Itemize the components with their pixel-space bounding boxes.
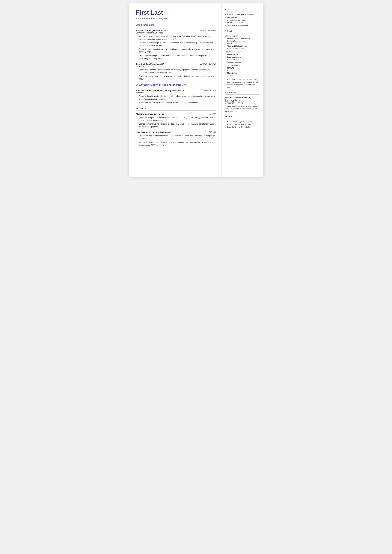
skill-item: SOLIDWORKS	[225, 64, 259, 66]
edu-school: Resume Worded University	[225, 97, 259, 99]
project-block-2: Cost-Saving Production Techniques 04/200…	[136, 131, 216, 147]
skill-item: AutoCAD	[225, 70, 259, 71]
skills-heading: SKILLS	[225, 30, 259, 32]
promo-before: Don't forget to use	[227, 78, 242, 80]
other-divider	[225, 119, 259, 119]
skills-category-methodologies: Methodologies:	[225, 35, 259, 37]
contact-section: CONTACT Milwaukee, WI (Open to Remote) +…	[225, 9, 259, 26]
skill-item: MicroStation	[225, 72, 259, 74]
other-item: Certified Six Sigma Black Belt.	[225, 123, 259, 125]
resume-page: First Last Entry Level Industrial Engine…	[129, 3, 263, 177]
job-role-2: Millwright	[136, 65, 216, 67]
skills-list-tools: SOLIDWORKS MATLAB AutoCAD MicroStation S…	[225, 64, 259, 77]
job-header-2: Growthsi, San Francisco, CA 06/2010 – 12…	[136, 63, 216, 65]
job-block-2: Growthsi, San Francisco, CA 06/2010 – 12…	[136, 63, 216, 81]
volunteer-company-1: Resume Worded's Business Society, New Yo…	[136, 89, 186, 91]
project-header-1: Machine Optimization Hacks 05/2009	[136, 113, 216, 115]
work-experience-heading: WORK EXPERIENCE	[136, 24, 216, 26]
edu-field: Industrial Engineering	[225, 101, 259, 103]
bullet: Drafted preventative maintenance protoco…	[139, 123, 216, 128]
edu-awards: Awards: Resume Worded Teaching Fellow (o…	[225, 105, 259, 112]
work-experience-divider	[136, 27, 216, 27]
skill-item: Lean Management	[225, 56, 259, 58]
bullet: Created a blueprint that ensures 80% opt…	[139, 116, 216, 122]
promo-text: Don't forget to use Resume Worded to sca…	[225, 78, 259, 88]
skill-item: Line Balance	[225, 54, 259, 56]
contact-item-linkedin: linkedin.com/in/username	[225, 22, 259, 23]
skills-category-industry: Industry Knowledge:	[225, 51, 259, 53]
contact-heading: CONTACT	[225, 9, 259, 11]
volunteer-date-1: 06/2009 – 04/2010	[200, 89, 216, 91]
project-title-2: Cost-Saving Production Techniques	[136, 131, 171, 133]
volunteer-role-1: Machinist	[136, 91, 216, 94]
other-list: Professional Engineer License. Certified…	[225, 121, 259, 128]
projects-divider	[136, 110, 216, 111]
contact-item-github: github.com/resumeworded	[225, 24, 259, 26]
skill-item: Lean/Six Sigma (Advanced)	[225, 38, 259, 40]
job-bullets-1: Identified opportunities for improvement…	[139, 35, 216, 60]
skill-item: SCADA	[225, 75, 259, 77]
project-date-2: 04/2009	[209, 131, 216, 133]
candidate-name: First Last	[136, 9, 216, 16]
right-column: CONTACT Milwaukee, WI (Open to Remote) +…	[221, 3, 263, 177]
skills-list-methodologies: Lean/Six Sigma (Advanced) Kaizen (Experi…	[225, 38, 259, 49]
other-item: Professional Engineer License.	[225, 121, 259, 123]
project-date-1: 05/2009	[209, 113, 216, 115]
volunteering-heading: VOLUNTEERING ACTIVITIES AND EXTRACURRICU…	[136, 84, 216, 86]
skill-item: MATLAB	[225, 67, 259, 69]
skill-item: Kaizen (Experienced)	[225, 40, 259, 42]
job-date-1: 01/2015 – Present	[200, 29, 216, 32]
skill-item: Process Engineering	[225, 59, 259, 61]
education-section: EDUCATION Resume Worded University Bache…	[225, 91, 259, 112]
edu-location: Boston, MA — 05/2010	[225, 103, 259, 105]
edu-block: Resume Worded University Bachelor of Sci…	[225, 97, 259, 112]
bullet: Fixed new machinery as part of an expans…	[139, 75, 216, 81]
skill-item: Root Cause Analysis	[225, 48, 259, 49]
project-header-2: Cost-Saving Production Techniques 04/200…	[136, 131, 216, 133]
skills-section: SKILLS Methodologies: Lean/Six Sigma (Ad…	[225, 30, 259, 88]
education-divider	[225, 94, 259, 95]
projects-heading: PROJECTS	[136, 108, 216, 109]
bullet: Assisted in developing a product line, i…	[139, 41, 216, 47]
project-title-1: Machine Optimization Hacks	[136, 113, 164, 115]
candidate-title: Entry Level Industrial Engineer	[136, 17, 216, 20]
bullet: Performed quality control checks on 1.4K…	[139, 95, 216, 100]
job-header-1: Resume Worded, New York, NY 01/2015 – Pr…	[136, 29, 216, 32]
other-heading: OTHER	[225, 116, 259, 118]
volunteer-block-1: Resume Worded's Business Society, New Yo…	[136, 89, 216, 104]
job-date-2: 06/2010 – 12/2014	[200, 63, 216, 65]
skills-list-industry: Line Balance Lean Management Process Eng…	[225, 54, 259, 61]
left-column: First Last Entry Level Industrial Engine…	[129, 3, 221, 177]
skills-category-tools: Tools and Software:	[225, 62, 259, 64]
bullet: Identified opportunities for improvement…	[139, 141, 216, 147]
contact-item-email: email@resumeworded.com	[225, 19, 259, 21]
job-company-1: Resume Worded, New York, NY	[136, 29, 167, 32]
contact-list: Milwaukee, WI (Open to Remote) +1-234-45…	[225, 14, 259, 26]
bullet: Suggested cost-reduction strategies that…	[139, 48, 216, 54]
volunteer-header-1: Resume Worded's Business Society, New Yo…	[136, 89, 216, 91]
job-bullets-2: Conducted preventative maintenance on co…	[139, 68, 216, 81]
bullet: Conducted preventative maintenance on co…	[139, 68, 216, 74]
project-bullets-2: Discovered cost-reduction techniques tha…	[139, 134, 216, 147]
education-heading: EDUCATION	[225, 91, 259, 93]
edu-degree: Bachelor of Science	[225, 99, 259, 101]
volunteer-bullets-1: Performed quality control checks on 1.4K…	[139, 95, 216, 104]
promo-link[interactable]: Resume Worded	[242, 78, 255, 80]
job-block-1: Resume Worded, New York, NY 01/2015 – Pr…	[136, 29, 216, 60]
bullet: Discovered cost-reduction techniques tha…	[139, 134, 216, 140]
skill-item: FMEA	[225, 43, 259, 44]
job-role-1: Entry Level Industrial Engineer	[136, 32, 216, 34]
skills-divider	[225, 33, 259, 33]
other-section: OTHER Professional Engineer License. Cer…	[225, 116, 259, 128]
other-item: Lean Six Sigma Green Belt.	[225, 126, 259, 128]
skill-item: Time and Motion Studies	[225, 45, 259, 47]
bullet: Created process improvements that booste…	[139, 54, 216, 60]
bullet: Fabricated 200 metal parts for industria…	[139, 101, 216, 104]
project-block-1: Machine Optimization Hacks 05/2009 Creat…	[136, 113, 216, 128]
project-bullets-1: Created a blueprint that ensures 80% opt…	[139, 116, 216, 128]
job-company-2: Growthsi, San Francisco, CA	[136, 63, 164, 65]
contact-item-phone: +1-234-456-789	[225, 16, 259, 18]
contact-item-location: Milwaukee, WI (Open to Remote)	[225, 14, 259, 15]
bullet: Identified opportunities for improvement…	[139, 35, 216, 41]
